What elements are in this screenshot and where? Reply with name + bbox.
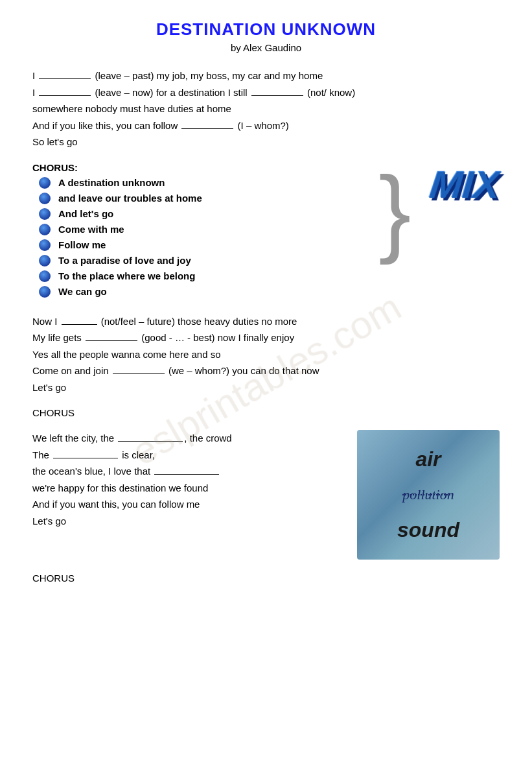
blank8[interactable] xyxy=(118,441,183,442)
verse3-line2: The is clear, xyxy=(32,449,155,460)
bullet-5 xyxy=(39,239,51,251)
verse3-line6: Let's go xyxy=(32,515,66,527)
chorus-item-1: A destination unknown xyxy=(39,177,372,189)
blank9[interactable] xyxy=(53,458,118,458)
bottom-section: We left the city, the , the crowd The is… xyxy=(32,430,500,560)
chorus-section: CHORUS: A destination unknown and leave … xyxy=(32,162,500,302)
chorus-list: A destination unknown and leave our trou… xyxy=(32,177,372,298)
blank3[interactable] xyxy=(251,95,303,96)
bullet-7 xyxy=(39,270,51,282)
bullet-4 xyxy=(39,224,51,235)
chorus-item-2: and leave our troubles at home xyxy=(39,193,372,204)
mix-text: MIX xyxy=(428,163,501,207)
verse1-line2: I (leave – now) for a destination I stil… xyxy=(32,87,355,98)
chorus-item-8: We can go xyxy=(39,286,372,298)
blank2[interactable] xyxy=(39,95,91,96)
blank10[interactable] xyxy=(154,474,219,475)
verse3-line3: the ocean's blue, I love that xyxy=(32,466,220,477)
chorus-label: CHORUS: xyxy=(32,162,372,173)
brace-container: } xyxy=(372,162,430,259)
chorus-item-6: To a paradise of love and joy xyxy=(39,255,372,266)
page-title: DESTINATION UNKNOWN xyxy=(32,19,500,40)
final-chorus: CHORUS xyxy=(32,573,500,584)
verse1-line4: And if you like this, you can follow (I … xyxy=(32,120,289,131)
blank4[interactable] xyxy=(181,128,233,129)
subtitle: by Alex Gaudino xyxy=(32,42,500,53)
verse2-line1: Now I (not/feel – future) those heavy du… xyxy=(32,316,297,327)
pollution-word-air: air xyxy=(415,447,441,471)
bullet-3 xyxy=(39,208,51,220)
brace-icon: } xyxy=(378,162,411,259)
blank1[interactable] xyxy=(39,78,91,79)
verse2-line5: Let's go xyxy=(32,382,66,393)
bullet-6 xyxy=(39,255,51,266)
verse1-line1: I (leave – past) my job, my boss, my car… xyxy=(32,70,323,81)
chorus-left: CHORUS: A destination unknown and leave … xyxy=(32,162,372,302)
bullet-1 xyxy=(39,177,51,189)
verse2-line4: Come on and join (we – whom?) you can do… xyxy=(32,365,319,376)
pollution-word-sound: sound xyxy=(397,518,459,542)
verse2-line3: Yes all the people wanna come here and s… xyxy=(32,349,221,360)
chorus-item-5: Follow me xyxy=(39,239,372,251)
chorus-item-4: Come with me xyxy=(39,224,372,235)
chorus-item-7: To the place where we belong xyxy=(39,270,372,282)
blank5[interactable] xyxy=(62,324,97,325)
blank6[interactable] xyxy=(86,340,137,341)
chorus-item-3: And let's go xyxy=(39,208,372,220)
bullet-2 xyxy=(39,193,51,204)
verse3: We left the city, the , the crowd The is… xyxy=(32,430,344,529)
verse3-line5: And if you want this, you can follow me xyxy=(32,499,200,510)
chorus2: CHORUS xyxy=(32,407,500,418)
verse3-line4: we're happy for this destination we foun… xyxy=(32,482,208,493)
verse3-line1: We left the city, the , the crowd xyxy=(32,432,232,444)
verse1: I (leave – past) my job, my boss, my car… xyxy=(32,67,500,150)
verse1-line3: somewhere nobody must have duties at hom… xyxy=(32,103,231,114)
pollution-box: air pollution sound xyxy=(357,430,500,560)
pollution-word-pollution: pollution xyxy=(402,486,454,503)
blank7[interactable] xyxy=(113,373,165,374)
mix-logo: MIX xyxy=(430,162,500,207)
bullet-8 xyxy=(39,286,51,298)
verse1-line5: So let's go xyxy=(32,136,78,147)
verse2: Now I (not/feel – future) those heavy du… xyxy=(32,313,500,396)
verse2-line2: My life gets (good - … - best) now I fin… xyxy=(32,332,294,343)
